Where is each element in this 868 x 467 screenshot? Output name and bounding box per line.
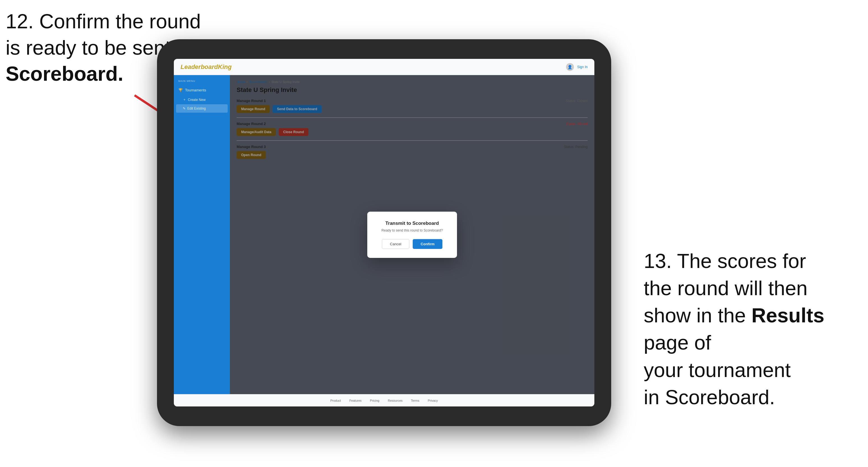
app-logo: LeaderboardKing: [181, 63, 231, 71]
footer-features[interactable]: Features: [349, 399, 362, 402]
footer-pricing[interactable]: Pricing: [370, 399, 380, 402]
annotation-bottom-line3: show in the: [644, 304, 746, 326]
footer-privacy[interactable]: Privacy: [428, 399, 438, 402]
edit-icon: ✎: [183, 106, 186, 111]
tablet-device: LeaderboardKing 👤 Sign In MAIN MENU 🏆 To…: [157, 39, 611, 426]
modal-subtitle: Ready to send this round to Scoreboard?: [377, 228, 447, 232]
tablet-screen: LeaderboardKing 👤 Sign In MAIN MENU 🏆 To…: [174, 59, 594, 406]
page-content: Home › Tournaments › State U Spring Invi…: [230, 75, 594, 394]
nav-right: 👤 Sign In: [566, 63, 588, 71]
sidebar-item-edit-existing[interactable]: ✎ Edit Existing: [176, 104, 228, 113]
cancel-button[interactable]: Cancel: [382, 239, 409, 249]
annotation-line3: Scoreboard.: [6, 63, 123, 85]
create-new-label: Create New: [188, 98, 206, 102]
confirm-button[interactable]: Confirm: [413, 239, 442, 249]
sidebar-item-tournaments[interactable]: 🏆 Tournaments: [174, 85, 230, 95]
footer-resources[interactable]: Resources: [388, 399, 403, 402]
sidebar-item-create-new[interactable]: ＋ Create New: [174, 95, 230, 104]
footer-terms[interactable]: Terms: [411, 399, 420, 402]
annotation-bottom-line1: 13. The scores for: [644, 250, 806, 272]
main-menu-label: MAIN MENU: [174, 80, 230, 83]
annotation-bottom-line5: your tournament: [644, 359, 790, 381]
trophy-icon: 🏆: [178, 88, 183, 92]
plus-icon: ＋: [183, 97, 186, 102]
modal-buttons: Cancel Confirm: [377, 239, 447, 249]
logo-text: LeaderboardKing: [181, 63, 231, 71]
logo-king: King: [218, 63, 231, 70]
modal-overlay: Transmit to Scoreboard Ready to send thi…: [230, 75, 594, 394]
footer: Product Features Pricing Resources Terms…: [174, 394, 594, 406]
main-content-area: MAIN MENU 🏆 Tournaments ＋ Create New ✎ E…: [174, 75, 594, 394]
transmit-modal: Transmit to Scoreboard Ready to send thi…: [367, 212, 457, 258]
sign-in-link[interactable]: Sign In: [577, 65, 588, 69]
footer-product[interactable]: Product: [330, 399, 341, 402]
user-avatar: 👤: [566, 63, 574, 71]
edit-existing-label: Edit Existing: [187, 106, 206, 111]
annotation-bottom-line6: in Scoreboard.: [644, 386, 775, 408]
annotation-bottom-line4: page of: [644, 331, 711, 354]
tournaments-label: Tournaments: [185, 88, 206, 92]
annotation-results-bold: Results: [751, 304, 824, 326]
top-navigation: LeaderboardKing 👤 Sign In: [174, 59, 594, 75]
annotation-bottom: 13. The scores for the round will then s…: [644, 248, 862, 411]
annotation-line1: 12. Confirm the round: [6, 10, 201, 33]
annotation-bottom-line2: the round will then: [644, 277, 807, 300]
logo-leaderboard: Leaderboard: [181, 63, 218, 70]
modal-title: Transmit to Scoreboard: [377, 221, 447, 226]
sidebar: MAIN MENU 🏆 Tournaments ＋ Create New ✎ E…: [174, 75, 230, 394]
